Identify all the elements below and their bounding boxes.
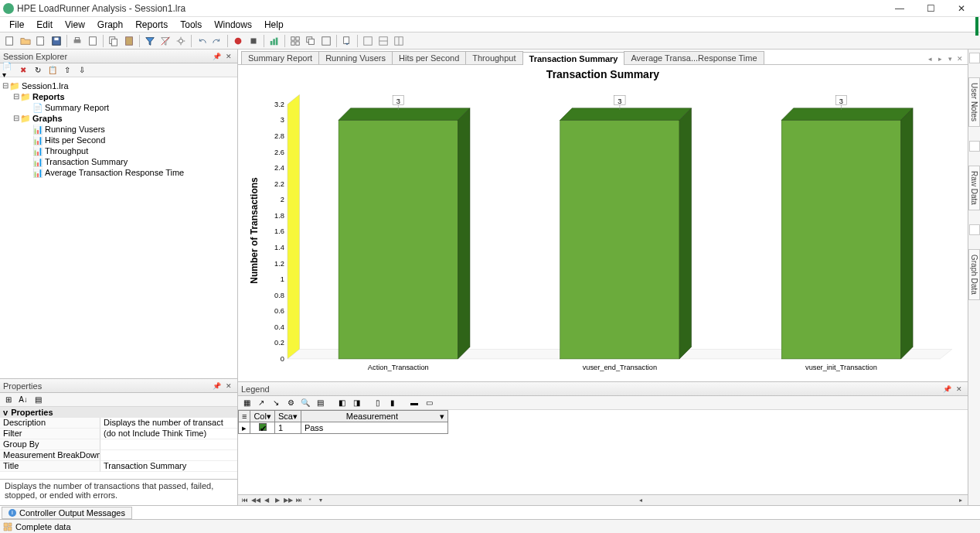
tab-nav-menu[interactable]: ▾ <box>945 53 954 64</box>
tab-running-vusers[interactable]: Running Vusers <box>318 51 393 64</box>
tb-export[interactable] <box>340 34 354 48</box>
tb-stop[interactable] <box>247 34 260 48</box>
tree-graphs[interactable]: Graphs <box>32 113 63 124</box>
tree-summary-report[interactable]: Summary Report <box>45 102 109 113</box>
prop-val-4[interactable]: Transaction Summary <box>100 461 237 472</box>
panel-close-icon[interactable]: ✕ <box>223 51 234 62</box>
prop-val-2[interactable] <box>100 439 237 450</box>
controller-output-tab[interactable]: i Controller Output Messages <box>2 507 132 519</box>
right-tab-graph-data[interactable]: Graph Data <box>968 249 980 300</box>
tree-reports[interactable]: Reports <box>32 91 65 102</box>
ls-scroll-l[interactable]: ◂ <box>636 496 645 505</box>
tb-settings[interactable] <box>174 34 188 48</box>
lg-row-meas[interactable]: Pass <box>301 422 447 434</box>
tb-filter[interactable] <box>143 34 157 48</box>
tree-graph-4[interactable]: Average Transaction Response Time <box>45 167 184 178</box>
tb-clear-filter[interactable] <box>158 34 172 48</box>
right-tab-icon-2[interactable] <box>969 224 980 235</box>
lg-hdr-sca[interactable]: Sca▾ <box>274 411 301 422</box>
tb-new2[interactable] <box>34 34 48 48</box>
lg-btn-0[interactable]: ▦ <box>240 397 253 409</box>
right-tab-user-notes[interactable]: User Notes <box>968 77 980 127</box>
tb-a3[interactable] <box>392 34 406 48</box>
lg-hdr-col[interactable]: Col▾ <box>250 411 275 422</box>
lg-btn-8[interactable]: ▯ <box>372 397 384 409</box>
tb-redo[interactable] <box>210 34 224 48</box>
se-refresh-icon[interactable]: ↻ <box>32 64 44 77</box>
lg-btn-7[interactable]: ◨ <box>350 397 362 409</box>
menu-windows[interactable]: Windows <box>208 18 258 32</box>
tb-full[interactable] <box>319 34 333 48</box>
lg-row-sel[interactable]: ▸ <box>239 422 250 434</box>
right-tab-icon-0[interactable] <box>969 53 980 63</box>
tab-nav-right[interactable]: ▸ <box>935 53 944 64</box>
lg-btn-10[interactable]: ▬ <box>408 397 420 409</box>
minimize-button[interactable]: — <box>884 1 915 16</box>
lg-btn-9[interactable]: ▮ <box>386 397 399 409</box>
properties-pin-icon[interactable]: 📌 <box>211 381 222 391</box>
menu-graph[interactable]: Graph <box>91 18 129 32</box>
tree-graph-3[interactable]: Transaction Summary <box>45 156 128 167</box>
tb-a2[interactable] <box>376 34 390 48</box>
right-tab-raw-data[interactable]: Raw Data <box>968 166 980 210</box>
menu-file[interactable]: File <box>3 18 30 32</box>
tab-nav-left[interactable]: ◂ <box>925 53 934 64</box>
menu-reports[interactable]: Reports <box>129 18 174 32</box>
tree-graph-0[interactable]: Running Vusers <box>45 124 105 135</box>
prop-val-1[interactable]: (do not Include Think Time) <box>100 429 237 439</box>
tb-paste[interactable] <box>122 34 136 48</box>
tb-page[interactable] <box>86 34 100 48</box>
lg-btn-4[interactable]: 🔍 <box>299 397 311 409</box>
ls-star[interactable]: * <box>305 496 315 505</box>
ls-scroll-r[interactable]: ▸ <box>956 496 965 505</box>
tree-root[interactable]: Session1.lra <box>22 80 69 91</box>
tb-save[interactable] <box>49 34 63 48</box>
session-tree[interactable]: ⊟📁Session1.lra ⊟📁Reports 📄Summary Report… <box>0 77 237 378</box>
tab-nav-close[interactable]: ✕ <box>955 53 965 64</box>
menu-edit[interactable]: Edit <box>30 18 59 32</box>
tb-print[interactable] <box>70 34 84 48</box>
prop-cat-icon[interactable]: ⊞ <box>2 394 15 406</box>
tab-hits-per-second[interactable]: Hits per Second <box>392 51 466 64</box>
se-copy-icon[interactable]: 📋 <box>46 64 59 77</box>
tb-copy[interactable] <box>107 34 121 48</box>
tb-open[interactable] <box>19 34 32 48</box>
ls-drop[interactable]: ▾ <box>316 496 325 505</box>
ls-fwd[interactable]: ▶ <box>273 496 282 505</box>
tab-avg-trans-resp-time[interactable]: Average Transa...Response Time <box>624 51 764 64</box>
se-up-icon[interactable]: ⇧ <box>61 64 73 77</box>
tab-summary-report[interactable]: Summary Report <box>241 51 319 64</box>
prop-pages-icon[interactable]: ▤ <box>32 394 44 406</box>
legend-table[interactable]: ≡ Col▾ Sca▾ Measurement▾ ▸ ✔ 1 Pass <box>238 410 448 434</box>
lg-btn-6[interactable]: ◧ <box>335 397 348 409</box>
lg-hdr-meas[interactable]: Measurement▾ <box>301 411 447 422</box>
tb-cascade[interactable] <box>304 34 318 48</box>
lg-btn-11[interactable]: ▭ <box>423 397 435 409</box>
ls-prev[interactable]: ◀◀ <box>251 496 260 505</box>
lg-hdr-0[interactable]: ≡ <box>239 411 250 422</box>
lg-row-col[interactable]: ✔ <box>250 422 275 434</box>
ls-first[interactable]: ⏮ <box>240 496 250 505</box>
ls-next[interactable]: ▶▶ <box>284 496 293 505</box>
tree-graph-2[interactable]: Throughput <box>45 145 88 156</box>
close-button[interactable]: ✕ <box>946 1 977 16</box>
tree-graph-1[interactable]: Hits per Second <box>45 135 105 145</box>
properties-close-icon[interactable]: ✕ <box>223 381 234 391</box>
se-delete-icon[interactable]: ✖ <box>17 64 29 77</box>
tb-rec[interactable] <box>231 34 245 48</box>
menu-view[interactable]: View <box>59 18 91 32</box>
ls-back[interactable]: ◀ <box>262 496 271 505</box>
tab-transaction-summary[interactable]: Transaction Summary <box>522 52 625 65</box>
lg-row-scale[interactable]: 1 <box>274 422 301 434</box>
menu-help[interactable]: Help <box>258 18 290 32</box>
tb-a1[interactable] <box>361 34 375 48</box>
tb-new[interactable] <box>3 34 17 48</box>
se-new-icon[interactable]: 📄▾ <box>2 64 15 77</box>
tab-throughput[interactable]: Throughput <box>465 51 522 64</box>
ls-last[interactable]: ⏭ <box>294 496 304 505</box>
tb-tile[interactable] <box>288 34 302 48</box>
tb-undo[interactable] <box>195 34 209 48</box>
se-down-icon[interactable]: ⇩ <box>76 64 88 77</box>
right-tab-icon-1[interactable] <box>969 141 980 152</box>
prop-az-icon[interactable]: A↓ <box>17 394 29 406</box>
